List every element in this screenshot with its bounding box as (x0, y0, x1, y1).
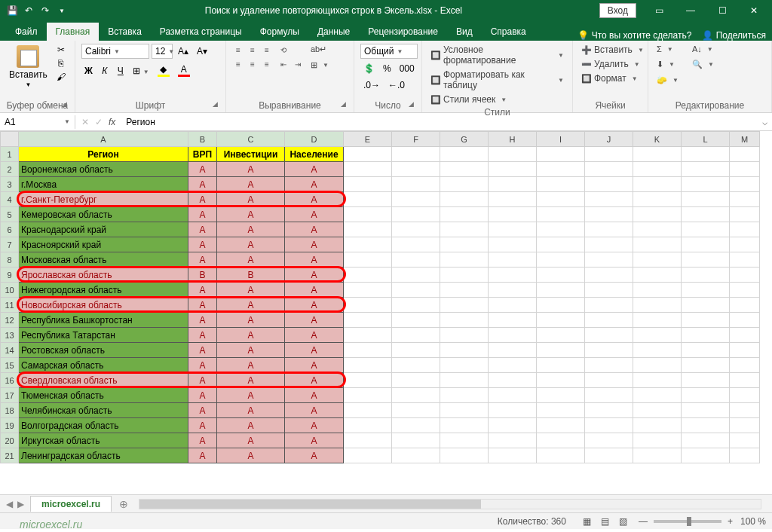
cell[interactable] (682, 177, 730, 192)
column-header[interactable]: F (392, 132, 440, 147)
cell[interactable]: г.Санкт-Петербург (19, 192, 188, 207)
cell[interactable]: A (217, 283, 285, 298)
cell[interactable] (585, 358, 633, 373)
cell[interactable]: Челябинская область (19, 403, 188, 418)
cell[interactable]: Иркутская область (19, 433, 188, 448)
cell[interactable] (440, 388, 489, 403)
cell[interactable] (633, 222, 682, 237)
cell[interactable] (682, 418, 730, 433)
redo-icon[interactable]: ↷ (39, 5, 51, 17)
undo-icon[interactable]: ↶ (23, 5, 35, 17)
cell[interactable]: A (188, 222, 217, 237)
cell[interactable]: Красноярский край (19, 237, 188, 252)
cell[interactable] (440, 162, 489, 177)
cell[interactable] (537, 388, 585, 403)
font-size-select[interactable]: 12▼ (152, 44, 173, 59)
cell[interactable] (344, 433, 392, 448)
row-header[interactable]: 10 (1, 283, 19, 298)
cell[interactable] (633, 313, 682, 328)
cell[interactable] (585, 433, 633, 448)
cell[interactable] (537, 162, 585, 177)
cell[interactable]: A (285, 162, 344, 177)
row-header[interactable]: 7 (1, 237, 19, 252)
cell-styles-button[interactable]: 🔲 Стили ячеек▼ (428, 93, 509, 105)
cell[interactable] (344, 237, 392, 252)
cell[interactable] (344, 177, 392, 192)
sheet-nav-next-icon[interactable]: ▶ (17, 499, 24, 509)
shrink-font-icon[interactable]: A▾ (194, 44, 210, 58)
cell[interactable]: A (217, 207, 285, 222)
cell[interactable] (344, 358, 392, 373)
cell[interactable]: Тюменская область (19, 388, 188, 403)
cell[interactable] (392, 252, 440, 268)
column-header[interactable]: J (585, 132, 633, 147)
cell[interactable] (585, 328, 633, 343)
cell[interactable] (585, 207, 633, 222)
row-header[interactable]: 13 (1, 328, 19, 343)
worksheet[interactable]: ABCDEFGHIJKLM1РегионВРПИнвестицииНаселен… (0, 131, 772, 494)
tell-me[interactable]: 💡 Что вы хотите сделать? (577, 30, 691, 41)
align-right-icon[interactable]: ≡ (261, 58, 273, 70)
cell[interactable]: A (217, 403, 285, 418)
cell[interactable] (633, 388, 682, 403)
cell[interactable] (489, 328, 537, 343)
delete-cells-button[interactable]: ➖ Удалить▼ (579, 58, 642, 70)
cell[interactable] (392, 403, 440, 418)
cell[interactable] (730, 313, 760, 328)
cell[interactable] (730, 268, 760, 283)
cell[interactable] (537, 328, 585, 343)
cell[interactable] (344, 283, 392, 298)
cell[interactable]: A (217, 448, 285, 463)
tab-file[interactable]: Файл (6, 23, 47, 41)
cut-icon[interactable]: ✂ (55, 44, 67, 56)
cell[interactable]: A (188, 207, 217, 222)
row-header[interactable]: 6 (1, 222, 19, 237)
cell[interactable] (682, 448, 730, 463)
cell[interactable] (392, 373, 440, 388)
cell[interactable] (537, 403, 585, 418)
cell[interactable] (682, 237, 730, 252)
expand-formula-icon[interactable]: ⌵ (757, 117, 772, 127)
name-box[interactable]: A1▼ (0, 115, 75, 129)
cell[interactable] (730, 222, 760, 237)
dec-decimal-icon[interactable]: ←.0 (385, 78, 408, 92)
cell[interactable]: A (285, 298, 344, 313)
row-header[interactable]: 8 (1, 252, 19, 268)
cell[interactable] (440, 313, 489, 328)
tab-review[interactable]: Рецензирование (359, 23, 447, 41)
cell[interactable] (440, 433, 489, 448)
cell[interactable] (682, 433, 730, 448)
cell[interactable]: A (217, 237, 285, 252)
cell[interactable]: Республика Башкортостан (19, 313, 188, 328)
cell[interactable] (440, 147, 489, 162)
cell[interactable]: A (285, 222, 344, 237)
cell[interactable] (633, 418, 682, 433)
cell[interactable]: ВРП (188, 147, 217, 162)
cell[interactable]: A (217, 313, 285, 328)
cell[interactable] (440, 448, 489, 463)
align-center-icon[interactable]: ≡ (247, 58, 259, 70)
cell[interactable] (489, 252, 537, 268)
paste-button[interactable]: Вставить ▼ (6, 44, 51, 90)
cell[interactable] (489, 418, 537, 433)
cell[interactable] (392, 418, 440, 433)
cell[interactable] (682, 343, 730, 358)
insert-cells-button[interactable]: ➕ Вставить▼ (579, 44, 646, 56)
cell[interactable] (537, 252, 585, 268)
cell[interactable]: Республика Татарстан (19, 328, 188, 343)
row-header[interactable]: 21 (1, 448, 19, 463)
row-header[interactable]: 17 (1, 388, 19, 403)
conditional-format-button[interactable]: 🔲 Условное форматирование▼ (428, 44, 566, 66)
cell[interactable] (537, 448, 585, 463)
cell[interactable] (730, 388, 760, 403)
cell[interactable] (489, 207, 537, 222)
close-icon[interactable]: ✕ (739, 0, 769, 21)
cell[interactable] (392, 298, 440, 313)
cell[interactable] (489, 177, 537, 192)
column-header[interactable]: C (217, 132, 285, 147)
font-name-select[interactable]: Calibri▼ (81, 44, 149, 59)
row-header[interactable]: 4 (1, 192, 19, 207)
cell[interactable]: A (188, 403, 217, 418)
maximize-icon[interactable]: ☐ (707, 0, 737, 21)
cell[interactable]: Волгоградская область (19, 418, 188, 433)
